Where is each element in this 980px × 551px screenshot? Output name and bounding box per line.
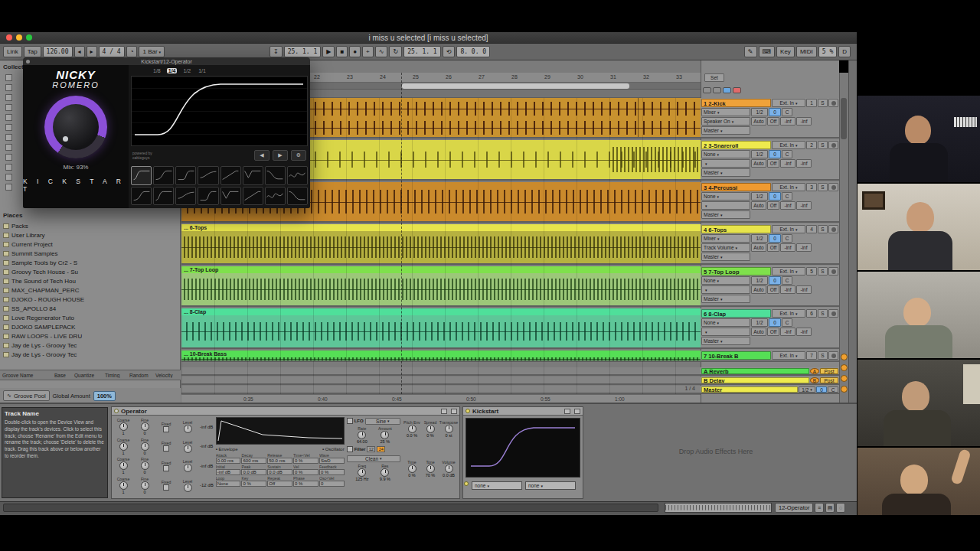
operator-param[interactable]: Key0 % — [241, 476, 266, 487]
fixed-toggle[interactable]: Fixed — [156, 480, 176, 491]
track-name[interactable]: 1 2-Kick — [701, 99, 771, 107]
save-preset-icon[interactable] — [451, 409, 457, 414]
browser-place-item[interactable]: Groovy Tech House - Su — [3, 267, 176, 276]
input-chooser[interactable]: Ext. In — [772, 309, 805, 318]
arrangement-position[interactable]: 25. 1. 1 — [284, 46, 322, 57]
shape-preset[interactable] — [198, 166, 218, 185]
master-chooser[interactable]: Master — [701, 337, 750, 345]
sends-section-toggle[interactable] — [713, 87, 721, 93]
param-value[interactable]: 0.00 ms — [216, 458, 241, 464]
param-value[interactable]: 0.0 dB — [241, 469, 266, 475]
off-button[interactable]: Off — [767, 243, 779, 252]
shape-preset[interactable] — [131, 166, 152, 185]
browser-category-icon[interactable] — [5, 164, 12, 171]
return-header-reverb[interactable]: A ReverbAPost — [701, 367, 839, 376]
param-value[interactable]: 0 — [319, 481, 345, 487]
browser-place-item[interactable]: Packs — [3, 221, 176, 230]
monitor-chooser[interactable] — [701, 328, 750, 336]
track-header-toploop[interactable]: 5 7-Top LoopExt. In5S None1/20C AutoOff-… — [701, 266, 839, 307]
input-chooser[interactable]: Ext. In — [772, 351, 805, 360]
input-chooser[interactable]: Ext. In — [772, 267, 805, 276]
master-output-chooser[interactable]: 1/2 — [799, 386, 815, 393]
clip-title[interactable]: ... 6-Tops — [181, 224, 701, 231]
arm-button[interactable] — [828, 183, 838, 191]
coarse-knob[interactable]: Coarse1 — [113, 438, 133, 455]
groove-column[interactable]: Quantize — [72, 373, 103, 378]
device-activator[interactable] — [114, 409, 119, 413]
tap-tempo-button[interactable]: Tap — [24, 46, 41, 57]
arm-button[interactable] — [828, 309, 838, 318]
gain-value[interactable]: -inf — [796, 159, 812, 168]
arm-button[interactable] — [828, 351, 838, 360]
minimize-window-button[interactable] — [16, 34, 22, 41]
level-knob[interactable]: Level — [178, 440, 198, 453]
coarse-knob[interactable]: Coarse1 — [113, 457, 133, 474]
browser-place-item[interactable]: Love Regenerator Tuto — [3, 313, 176, 322]
level-knob[interactable]: Level — [178, 459, 198, 472]
tone-knob[interactable]: Tone70 % — [421, 460, 439, 495]
output-chooser[interactable]: None — [701, 192, 750, 201]
input-chooser[interactable]: Ext. In — [772, 141, 805, 149]
master-chooser[interactable]: Master — [701, 210, 750, 219]
fixed-toggle[interactable]: Fixed — [156, 422, 176, 432]
filter-slope-24[interactable]: 24 — [377, 446, 385, 452]
fine-knob[interactable]: Fine0 — [135, 457, 155, 474]
param-value[interactable]: 0 % — [293, 469, 318, 475]
webcam-tile-2[interactable] — [858, 184, 980, 270]
nudge-up-button[interactable]: ▸ — [87, 46, 97, 57]
groove-column[interactable]: Base — [52, 373, 72, 378]
loop-start-display[interactable]: 25. 1. 1 — [403, 46, 441, 57]
param-value[interactable]: 0 % — [241, 481, 266, 487]
groove-column[interactable]: Velocity — [153, 373, 180, 378]
send-knob-value[interactable]: 0 — [769, 234, 781, 243]
master-send-value[interactable]: 0 — [816, 386, 827, 393]
return-lane-delay[interactable] — [181, 377, 701, 385]
lfo-rate-knob[interactable]: Rate64.00 — [352, 426, 372, 444]
param-value[interactable]: None — [216, 481, 241, 487]
filter-type-select[interactable]: Clean — [347, 455, 400, 462]
pan-value[interactable]: C — [782, 192, 792, 201]
output-chooser[interactable]: None — [701, 150, 750, 158]
rate-option[interactable]: 1/1 — [197, 68, 207, 73]
volume-value[interactable]: -inf — [780, 328, 795, 336]
record-section-toggle[interactable] — [733, 87, 741, 93]
groove-pool-button[interactable]: ∿Groove Pool — [3, 390, 50, 401]
browser-place-item[interactable]: Summit Samples — [3, 249, 176, 258]
send-knob-value[interactable]: 0 — [769, 192, 781, 201]
send-knob-value[interactable]: 0 — [769, 150, 781, 158]
browser-category-icon[interactable] — [5, 74, 12, 81]
computer-midi-keyboard-icon[interactable]: ⌨ — [759, 46, 776, 57]
lfo-wave-select[interactable]: Sine — [365, 418, 400, 425]
monitor-chooser[interactable]: Speaker On — [701, 117, 750, 126]
envelope-display[interactable] — [216, 417, 345, 445]
return-header-delay[interactable]: B DelayBPost — [701, 377, 839, 385]
browser-category-icon[interactable] — [5, 104, 12, 111]
solo-button[interactable]: S — [818, 351, 828, 360]
fine-knob[interactable]: Fine0 — [135, 438, 155, 455]
operator-param[interactable]: Osc<Vel0 — [319, 476, 345, 487]
browser-place-item[interactable]: The Sound of Tech Hou — [3, 276, 176, 285]
operator-param[interactable]: Vel0 % — [293, 465, 318, 475]
channel-chooser[interactable]: 1/2 — [751, 192, 768, 201]
transpose-knob[interactable]: Transpose0 st — [439, 420, 458, 455]
off-button[interactable]: Off — [767, 285, 779, 294]
clip-title[interactable]: ... 7-Top Loop — [181, 266, 701, 273]
browser-category-icon[interactable] — [5, 84, 12, 91]
quantize-menu[interactable]: 1 Bar — [139, 46, 165, 57]
nudge-down-button[interactable]: ◂ — [74, 46, 85, 57]
loop-length-display[interactable]: 8. 0. 0 — [456, 46, 490, 57]
master-chooser[interactable]: Master — [701, 126, 750, 135]
clip-lane-toploop[interactable]: ... 7-Top Loop — [181, 266, 701, 307]
record-button[interactable]: ● — [349, 46, 361, 57]
spread-knob[interactable]: Spread0 % — [421, 420, 439, 455]
browser-place-item[interactable]: DJOKO - ROUGH HOUSE — [3, 295, 176, 304]
master-chooser[interactable]: Master — [701, 253, 750, 261]
filter-res-knob[interactable]: Res9.9 % — [375, 464, 395, 481]
browser-category-icon[interactable] — [5, 154, 12, 161]
auto-button[interactable]: Auto — [751, 159, 766, 168]
browser-category-icon[interactable] — [5, 124, 12, 131]
shape-preset[interactable] — [198, 187, 218, 206]
operator-param[interactable]: LoopNone — [216, 476, 241, 487]
operator-param[interactable]: Time<Vel0 % — [293, 453, 318, 464]
output-chooser[interactable]: Mixer — [701, 108, 750, 116]
